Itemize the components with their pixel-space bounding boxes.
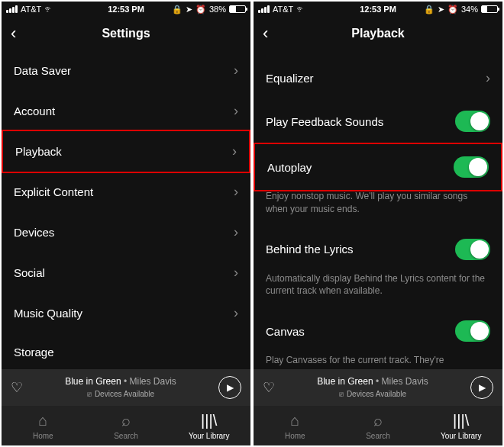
location-icon: ➤	[438, 5, 444, 14]
row-data-saver[interactable]: Data Saver›	[2, 50, 250, 91]
chevron-right-icon: ›	[234, 103, 238, 119]
now-playing-info[interactable]: Blue in Green • Miles Davis ⎚Devices Ava…	[283, 376, 463, 400]
tab-home[interactable]: ⌂Home	[254, 406, 337, 445]
back-button[interactable]: ‹	[263, 24, 268, 43]
signal-icon	[6, 5, 18, 13]
tab-search[interactable]: ⌕Search	[85, 406, 168, 445]
alarm-icon: ⏰	[195, 5, 206, 14]
wifi-icon: ⁠ᯤ	[44, 4, 53, 14]
toggle-canvas[interactable]	[455, 320, 490, 342]
row-storage[interactable]: Storage	[2, 333, 250, 362]
row-play-feedback-sounds[interactable]: Play Feedback Sounds	[254, 98, 502, 144]
chevron-right-icon: ›	[234, 224, 238, 240]
lock-icon: 🔒	[172, 5, 183, 14]
row-devices[interactable]: Devices›	[2, 212, 250, 252]
battery-icon	[481, 5, 498, 13]
row-social[interactable]: Social›	[2, 252, 250, 293]
signal-icon	[258, 5, 270, 13]
tab-library[interactable]: |||\Your Library	[167, 406, 250, 445]
chevron-right-icon: ›	[234, 63, 238, 79]
row-playback[interactable]: Playback›	[2, 130, 250, 173]
back-button[interactable]: ‹	[11, 24, 16, 43]
nav-header: ‹ Playback	[254, 17, 502, 50]
row-autoplay[interactable]: Autoplay	[254, 143, 502, 191]
wifi-icon: ⁠ᯤ	[296, 4, 305, 14]
location-icon: ➤	[186, 5, 192, 14]
battery-icon	[229, 5, 246, 13]
home-icon: ⌂	[38, 412, 47, 429]
row-behind-lyrics[interactable]: Behind the Lyrics	[254, 227, 502, 272]
playback-list: Equalizer› Play Feedback Sounds Autoplay…	[254, 50, 502, 369]
chevron-right-icon: ›	[234, 184, 238, 200]
tab-bar: ⌂Home ⌕Search |||\Your Library	[2, 406, 250, 445]
play-button[interactable]: ▶	[218, 376, 241, 399]
chevron-right-icon: ›	[232, 143, 237, 159]
screenshot-settings: AT&T ⁠ᯤ 12:53 PM 🔒 ➤ ⏰ 38% ‹ Settings Da…	[2, 2, 250, 445]
tab-home[interactable]: ⌂Home	[2, 406, 85, 445]
page-title: Settings	[102, 27, 150, 40]
chevron-right-icon: ›	[486, 70, 490, 86]
status-bar: AT&T ⁠ᯤ 12:53 PM 🔒 ➤ ⏰ 34%	[254, 2, 502, 17]
row-canvas[interactable]: Canvas	[254, 308, 502, 354]
toggle-play-feedback[interactable]	[455, 111, 490, 132]
search-icon: ⌕	[373, 412, 383, 429]
row-account[interactable]: Account›	[2, 91, 250, 131]
now-playing-info[interactable]: Blue in Green • Miles Davis ⎚Devices Ava…	[31, 376, 211, 400]
devices-icon: ⎚	[339, 389, 344, 399]
status-bar: AT&T ⁠ᯤ 12:53 PM 🔒 ➤ ⏰ 38%	[2, 2, 250, 17]
search-icon: ⌕	[121, 412, 131, 429]
carrier-label: AT&T	[273, 5, 293, 14]
battery-percent: 34%	[461, 5, 478, 14]
tab-bar: ⌂Home ⌕Search |||\Your Library	[254, 406, 502, 445]
alarm-icon: ⏰	[447, 5, 458, 14]
behind-lyrics-description: Automatically display Behind the Lyrics …	[254, 272, 502, 309]
devices-icon: ⎚	[87, 389, 92, 399]
chevron-right-icon: ›	[234, 305, 238, 321]
tab-search[interactable]: ⌕Search	[337, 406, 420, 445]
heart-icon[interactable]: ♡	[11, 379, 23, 396]
toggle-behind-lyrics[interactable]	[455, 239, 490, 260]
home-icon: ⌂	[290, 412, 299, 429]
row-music-quality[interactable]: Music Quality›	[2, 293, 250, 333]
lock-icon: 🔒	[424, 5, 435, 14]
play-button[interactable]: ▶	[470, 376, 493, 399]
screenshot-playback: AT&T ⁠ᯤ 12:53 PM 🔒 ➤ ⏰ 34% ‹ Playback Eq…	[254, 2, 502, 445]
chevron-right-icon: ›	[234, 265, 238, 281]
heart-icon[interactable]: ♡	[263, 379, 275, 396]
clock: 12:53 PM	[360, 5, 396, 14]
toggle-autoplay[interactable]	[454, 156, 489, 178]
library-icon: |||\	[453, 412, 469, 429]
canvas-description: Play Canvases for the current track. The…	[254, 354, 502, 369]
page-title: Playback	[351, 27, 404, 40]
now-playing-bar[interactable]: ♡ Blue in Green • Miles Davis ⎚Devices A…	[254, 369, 502, 406]
settings-list: Data Saver› Account› Playback› Explicit …	[2, 50, 250, 369]
battery-percent: 38%	[209, 5, 226, 14]
row-equalizer[interactable]: Equalizer›	[254, 58, 502, 98]
tab-library[interactable]: |||\Your Library	[419, 406, 502, 445]
carrier-label: AT&T	[21, 5, 41, 14]
row-explicit-content[interactable]: Explicit Content›	[2, 172, 250, 212]
nav-header: ‹ Settings	[2, 17, 250, 50]
now-playing-bar[interactable]: ♡ Blue in Green • Miles Davis ⎚Devices A…	[2, 369, 250, 406]
library-icon: |||\	[201, 412, 217, 429]
autoplay-description: Enjoy nonstop music. We'll play you simi…	[254, 190, 502, 227]
clock: 12:53 PM	[108, 5, 144, 14]
